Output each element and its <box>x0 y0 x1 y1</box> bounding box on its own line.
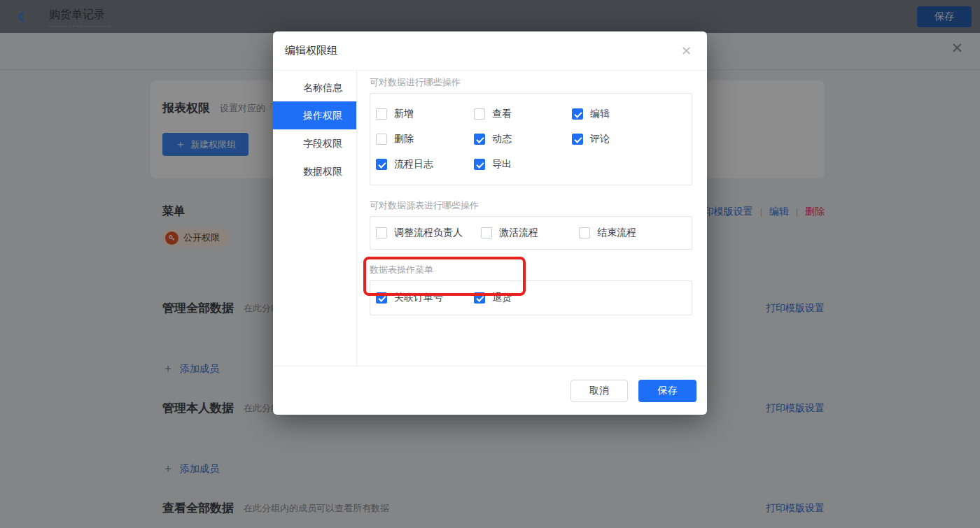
checkbox[interactable] <box>376 108 387 120</box>
edit-permission-group-dialog: 编辑权限组 ✕ 名称信息 操作权限 字段权限 数据权限 可对数据进行哪些操作 新… <box>273 31 707 415</box>
checkbox-item-process-log[interactable]: 流程日志 <box>376 152 474 177</box>
screen: 购货单记录 保存 ✕ 报表权限 设置对应的「 ＋ 新建权限组 菜单 打印模版设置… <box>0 0 980 528</box>
close-icon[interactable]: ✕ <box>681 45 692 57</box>
tab-data-permission[interactable]: 数据权限 <box>273 157 356 185</box>
dialog-header: 编辑权限组 ✕ <box>273 31 707 71</box>
tab-name-info[interactable]: 名称信息 <box>273 73 356 101</box>
checkbox[interactable] <box>474 159 485 170</box>
checkbox-item-delete[interactable]: 删除 <box>376 127 474 152</box>
tab-field-permission[interactable]: 字段权限 <box>273 129 356 157</box>
checkbox[interactable] <box>481 227 492 238</box>
data-operations-box: 新增 查看 编辑 删除 <box>370 93 692 185</box>
checkbox-item-add[interactable]: 新增 <box>376 101 474 127</box>
checkbox[interactable] <box>376 227 387 238</box>
checkbox-item-export[interactable]: 导出 <box>474 152 572 177</box>
checkbox[interactable] <box>572 108 583 120</box>
checkbox[interactable] <box>376 159 387 170</box>
checkbox-item-adjust-owner[interactable]: 调整流程负责人 <box>376 227 481 239</box>
checkbox[interactable] <box>474 134 485 145</box>
checkbox[interactable] <box>579 227 590 238</box>
checkbox-item-edit[interactable]: 编辑 <box>572 101 670 127</box>
dialog-content: 可对数据进行哪些操作 新增 查看 编辑 <box>357 71 707 366</box>
checkbox-item-related-order[interactable]: 关联订单号 <box>376 292 474 304</box>
save-button[interactable]: 保存 <box>638 380 696 402</box>
dialog-tabs: 名称信息 操作权限 字段权限 数据权限 <box>273 71 357 366</box>
cancel-button[interactable]: 取消 <box>570 380 628 402</box>
section-label-table-menu: 数据表操作菜单 <box>370 264 692 276</box>
checkbox-item-activate-process[interactable]: 激活流程 <box>481 227 579 239</box>
checkbox[interactable] <box>376 134 387 145</box>
datasource-operations-box: 调整流程负责人 激活流程 结束流程 <box>370 216 692 250</box>
checkbox-item-return-goods[interactable]: 退货 <box>474 292 572 304</box>
checkbox-item-end-process[interactable]: 结束流程 <box>579 227 677 239</box>
section-label-datasource-ops: 可对数据源表进行哪些操作 <box>370 199 692 211</box>
checkbox[interactable] <box>474 108 485 120</box>
checkbox[interactable] <box>474 292 485 304</box>
checkbox[interactable] <box>572 134 583 145</box>
dialog-title: 编辑权限组 <box>285 44 337 57</box>
section-label-data-ops: 可对数据进行哪些操作 <box>370 76 692 88</box>
tab-operation-permission[interactable]: 操作权限 <box>273 101 356 129</box>
checkbox-item-view[interactable]: 查看 <box>474 101 572 127</box>
dialog-footer: 取消 保存 <box>273 366 707 415</box>
checkbox[interactable] <box>376 292 387 304</box>
table-menu-box: 关联订单号 退货 <box>370 280 692 315</box>
checkbox-item-dynamic[interactable]: 动态 <box>474 127 572 152</box>
checkbox-item-comment[interactable]: 评论 <box>572 127 670 152</box>
